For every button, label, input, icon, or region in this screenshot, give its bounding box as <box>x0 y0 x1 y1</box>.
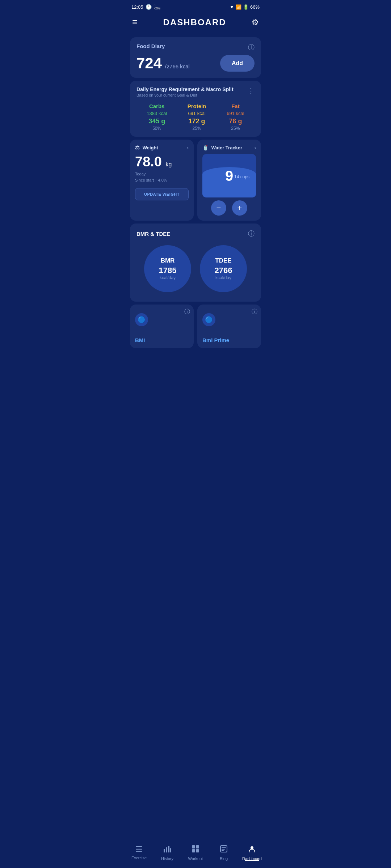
clock-icon: 🕐 <box>146 4 152 10</box>
fat-pct: 25% <box>227 126 244 131</box>
food-diary-content: 724 /2766 kcal Add <box>136 55 255 72</box>
macro-card-header: Daily Energy Requirement & Macro Split B… <box>136 86 255 97</box>
status-bar: 12:05 🕐 0 KB/s ▼ 📶 🔋 66% <box>125 0 266 12</box>
water-title-row: 🥤 Water Tracker › <box>202 145 256 150</box>
water-title-text: 🥤 Water Tracker <box>202 145 242 150</box>
carbs-col: Carbs 1383 kcal 345 g 50% <box>147 103 167 131</box>
bmr-header: BMR & TDEE ⓘ <box>136 229 255 238</box>
fat-grams: 76 g <box>227 118 244 125</box>
protein-name: Protein <box>188 103 206 109</box>
fat-kcal: 691 kcal <box>227 111 244 116</box>
menu-icon[interactable]: ≡ <box>132 17 138 28</box>
water-chevron-icon[interactable]: › <box>255 145 256 150</box>
bmi-label: BMI <box>135 337 189 343</box>
battery-icon: 🔋 <box>243 4 249 10</box>
food-diary-label: Food Diary <box>136 43 165 49</box>
bmi-prime-card: ⓘ 🔵 Bmi Prime <box>197 305 261 348</box>
status-left: 12:05 🕐 0 KB/s <box>131 4 161 10</box>
bmr-tdee-card: BMR & TDEE ⓘ BMR 1785 kcal/day TDEE 2766… <box>130 224 261 302</box>
macro-card-text: Daily Energy Requirement & Macro Split B… <box>136 86 234 97</box>
partial-cards-row: ⓘ 🔵 BMI ⓘ 🔵 Bmi Prime <box>130 305 261 348</box>
goal-kcal: /2766 kcal <box>165 63 190 69</box>
food-diary-top: Food Diary ⓘ <box>136 43 255 52</box>
weight-unit: kg <box>166 161 172 167</box>
tdee-circle: TDEE 2766 kcal/day <box>200 245 247 292</box>
water-decrease-button[interactable]: − <box>211 200 226 216</box>
current-kcal: 724 <box>136 55 162 72</box>
bmr-title: BMR & TDEE <box>136 231 170 237</box>
bmi-icon: 🔵 <box>135 313 148 326</box>
weight-card: ⚖ Weight › 78.0 kg Today Since start ↑ 4… <box>130 140 194 221</box>
tdee-label: TDEE <box>215 257 231 264</box>
update-weight-button[interactable]: UPDATE WEIGHT <box>135 188 189 200</box>
weight-sub: Today Since start ↑ 4.0% <box>135 171 189 183</box>
weight-value: 78.0 kg <box>135 154 189 170</box>
bmr-value: 1785 <box>159 266 177 275</box>
fat-name: Fat <box>227 103 244 109</box>
fat-col: Fat 691 kcal 76 g 25% <box>227 103 244 131</box>
battery-level: 66% <box>250 4 260 10</box>
macro-title: Daily Energy Requirement & Macro Split <box>136 86 234 92</box>
water-controls: − + <box>202 200 256 216</box>
bmr-circles: BMR 1785 kcal/day TDEE 2766 kcal/day <box>136 245 255 296</box>
protein-grams: 172 g <box>188 118 206 125</box>
macro-split-card: Daily Energy Requirement & Macro Split B… <box>130 81 261 137</box>
tdee-value: 2766 <box>215 266 232 275</box>
protein-kcal: 691 kcal <box>188 111 206 116</box>
carbs-grams: 345 g <box>147 118 167 125</box>
bmi-info-icon[interactable]: ⓘ <box>184 308 190 316</box>
macro-subtitle: Based on your current Goal & Diet <box>136 93 234 97</box>
carbs-name: Carbs <box>147 103 167 109</box>
add-food-button[interactable]: Add <box>220 55 255 72</box>
tdee-unit: kcal/day <box>215 275 231 280</box>
weight-water-row: ⚖ Weight › 78.0 kg Today Since start ↑ 4… <box>130 140 261 221</box>
bmi-prime-info-icon[interactable]: ⓘ <box>252 308 257 316</box>
water-icon: 🥤 <box>202 145 209 150</box>
carbs-pct: 50% <box>147 126 167 131</box>
bmr-unit: kcal/day <box>160 275 176 280</box>
protein-col: Protein 691 kcal 172 g 25% <box>188 103 206 131</box>
header: ≡ DASHBOARD ⚙ <box>125 12 266 34</box>
page-title: DASHBOARD <box>163 17 226 27</box>
weight-title-text: ⚖ Weight <box>135 145 158 150</box>
food-diary-card: Food Diary ⓘ 724 /2766 kcal Add <box>130 37 261 78</box>
settings-icon[interactable]: ⚙ <box>252 18 259 27</box>
weight-icon: ⚖ <box>135 145 140 150</box>
bmr-circle: BMR 1785 kcal/day <box>144 245 191 292</box>
wifi-icon: ▼ <box>230 4 234 10</box>
food-diary-kcal: 724 /2766 kcal <box>136 55 190 72</box>
bmr-label: BMR <box>161 257 175 264</box>
water-visual: 9 / 14 cups <box>202 154 256 197</box>
macro-more-icon[interactable]: ⋮ <box>247 86 255 95</box>
weight-title-row: ⚖ Weight › <box>135 145 189 150</box>
water-tracker-card: 🥤 Water Tracker › 9 / 14 cups − + <box>197 140 261 221</box>
macro-grid: Carbs 1383 kcal 345 g 50% Protein 691 kc… <box>136 103 255 131</box>
water-total: / 14 cups <box>232 174 249 179</box>
bmr-info-icon[interactable]: ⓘ <box>248 229 255 238</box>
signal-icon: 📶 <box>236 4 241 10</box>
weight-chevron-icon[interactable]: › <box>187 145 189 150</box>
carbs-kcal: 1383 kcal <box>147 111 167 116</box>
water-increase-button[interactable]: + <box>232 200 247 216</box>
protein-pct: 25% <box>188 126 206 131</box>
bmi-prime-label: Bmi Prime <box>202 337 256 343</box>
food-diary-info-icon[interactable]: ⓘ <box>248 43 255 52</box>
status-right: ▼ 📶 🔋 66% <box>230 4 260 10</box>
status-time: 12:05 <box>131 4 143 10</box>
bmi-card: ⓘ 🔵 BMI <box>130 305 194 348</box>
kb-text: 0 KB/s <box>154 4 161 10</box>
bmi-prime-icon: 🔵 <box>202 313 215 326</box>
